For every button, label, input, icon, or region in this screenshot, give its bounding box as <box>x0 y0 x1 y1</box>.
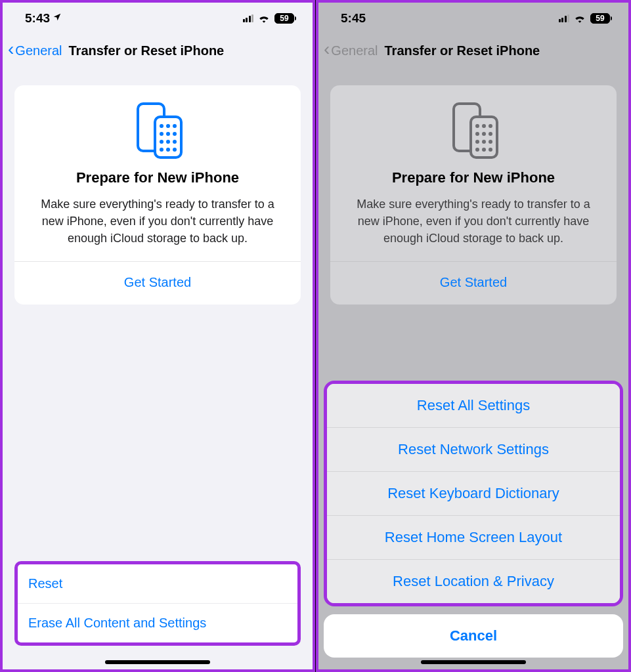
two-phones-icon <box>125 101 190 160</box>
sheet-options-group: Reset All Settings Reset Network Setting… <box>324 381 623 606</box>
two-phones-icon <box>441 101 506 160</box>
svg-point-22 <box>475 140 479 144</box>
svg-point-19 <box>475 132 479 136</box>
svg-point-10 <box>173 140 177 144</box>
reset-home-screen-layout-button[interactable]: Reset Home Screen Layout <box>327 515 620 559</box>
svg-point-2 <box>160 124 163 128</box>
battery-level: 59 <box>280 14 288 23</box>
screen-transfer-reset: 5:43 59 ‹ General Transfer or Reset iPho… <box>0 0 315 672</box>
battery-level: 59 <box>596 14 604 23</box>
svg-point-7 <box>173 132 177 136</box>
location-arrow-icon <box>53 12 62 24</box>
reset-options-group: Reset Erase All Content and Settings <box>14 561 301 646</box>
battery-icon: 59 <box>274 13 294 24</box>
card-title: Prepare for New iPhone <box>342 169 605 186</box>
battery-icon: 59 <box>590 13 610 24</box>
svg-point-11 <box>160 148 163 152</box>
svg-point-4 <box>173 124 177 128</box>
card-description: Make sure everything's ready to transfer… <box>26 196 289 261</box>
back-label: General <box>331 43 378 58</box>
wifi-icon <box>258 14 270 23</box>
chevron-left-icon: ‹ <box>324 40 330 58</box>
svg-point-20 <box>482 132 486 136</box>
svg-point-3 <box>166 124 170 128</box>
svg-point-21 <box>489 132 492 136</box>
nav-bar: ‹ General Transfer or Reset iPhone <box>318 34 628 67</box>
back-button: ‹ General <box>324 43 378 58</box>
reset-row[interactable]: Reset <box>18 564 297 603</box>
cancel-button[interactable]: Cancel <box>324 614 623 658</box>
status-time: 5:45 <box>341 11 366 26</box>
svg-point-26 <box>482 148 486 152</box>
prepare-card: Prepare for New iPhone Make sure everyth… <box>14 85 301 304</box>
nav-bar: ‹ General Transfer or Reset iPhone <box>3 34 313 67</box>
cellular-signal-icon <box>243 14 254 22</box>
svg-point-16 <box>475 124 479 128</box>
card-title: Prepare for New iPhone <box>26 169 289 186</box>
status-time-group: 5:43 <box>25 11 62 26</box>
action-sheet: Reset All Settings Reset Network Setting… <box>324 381 623 658</box>
svg-point-18 <box>489 124 492 128</box>
page-title: Transfer or Reset iPhone <box>384 43 540 58</box>
svg-point-9 <box>166 140 170 144</box>
svg-point-27 <box>489 148 492 152</box>
status-bar: 5:43 59 <box>3 3 313 34</box>
erase-all-row[interactable]: Erase All Content and Settings <box>18 603 297 642</box>
svg-point-13 <box>173 148 177 152</box>
status-indicators: 59 <box>559 13 611 24</box>
screen-reset-sheet: 5:45 59 ‹ General Transfer or Reset iPho… <box>316 0 631 672</box>
svg-point-25 <box>475 148 479 152</box>
home-indicator[interactable] <box>421 660 526 664</box>
reset-network-settings-button[interactable]: Reset Network Settings <box>327 427 620 471</box>
svg-point-8 <box>160 140 163 144</box>
cellular-signal-icon <box>559 14 570 22</box>
card-description: Make sure everything's ready to transfer… <box>342 196 605 261</box>
status-time: 5:43 <box>25 11 50 26</box>
wifi-icon <box>574 14 586 23</box>
reset-location-privacy-button[interactable]: Reset Location & Privacy <box>327 559 620 603</box>
reset-all-settings-button[interactable]: Reset All Settings <box>327 384 620 427</box>
back-label: General <box>15 43 62 58</box>
status-indicators: 59 <box>243 13 295 24</box>
status-time-group: 5:45 <box>341 11 366 26</box>
svg-point-6 <box>166 132 170 136</box>
reset-keyboard-dictionary-button[interactable]: Reset Keyboard Dictionary <box>327 471 620 515</box>
svg-point-12 <box>166 148 170 152</box>
home-indicator[interactable] <box>105 660 210 664</box>
prepare-card-dimmed: Prepare for New iPhone Make sure everyth… <box>330 85 617 304</box>
page-title: Transfer or Reset iPhone <box>68 43 224 58</box>
svg-point-17 <box>482 124 486 128</box>
back-button[interactable]: ‹ General <box>8 43 62 58</box>
svg-point-23 <box>482 140 486 144</box>
svg-point-5 <box>160 132 163 136</box>
chevron-left-icon: ‹ <box>8 40 14 58</box>
status-bar: 5:45 59 <box>318 3 628 34</box>
get-started-button: Get Started <box>342 262 605 304</box>
get-started-button[interactable]: Get Started <box>26 262 289 304</box>
svg-point-24 <box>489 140 492 144</box>
